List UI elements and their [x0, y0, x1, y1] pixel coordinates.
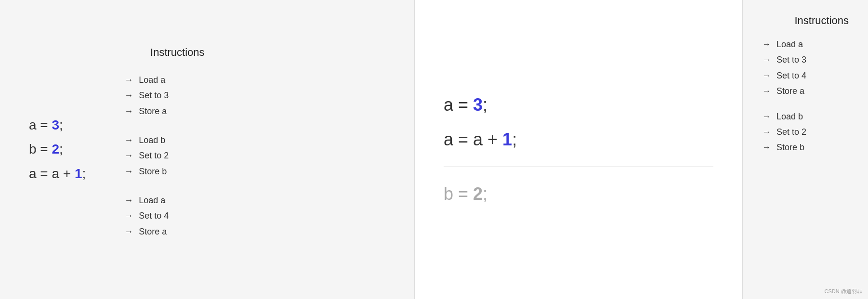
middle-panel: a = 3; a = a + 1; b = 2;: [414, 0, 743, 299]
middle-code-line-3: b = 2;: [444, 177, 487, 211]
instr-label-set-2: Set to 2: [139, 148, 169, 163]
arrow-icon-7: →: [124, 193, 133, 208]
instr-group-2: → Load b → Set to 2 → Store b: [124, 132, 230, 179]
right-instr-label-store-a: Store a: [776, 83, 804, 99]
middle-code-block-2: b = 2;: [444, 177, 487, 211]
right-instr-item-set-2: → Set to 2: [762, 124, 806, 140]
code-line-2: b = 2;: [29, 137, 86, 161]
code-line-1: a = 3;: [29, 113, 86, 137]
middle-code-line-2: a = a + 1;: [444, 122, 517, 157]
right-arrow-4: →: [762, 83, 771, 99]
arrow-icon-9: →: [124, 224, 133, 239]
instr-item-store-a-2: → Store a: [124, 224, 230, 239]
right-instr-item-load-a: → Load a: [762, 37, 806, 52]
instr-label-load-a-1: Load a: [139, 72, 165, 88]
right-arrow-7: →: [762, 140, 771, 155]
right-arrow-1: →: [762, 37, 771, 52]
right-arrow-6: →: [762, 124, 771, 140]
right-arrow-3: →: [762, 68, 771, 83]
code-value-2: 2: [52, 142, 59, 156]
instr-label-load-b-1: Load b: [139, 132, 165, 148]
middle-value-3: 3: [473, 95, 483, 115]
right-instr-label-set-4: Set to 4: [776, 68, 806, 83]
left-instructions-panel: Instructions → Load a → Set to 3 → Store…: [115, 32, 240, 268]
right-instr-label-load-b: Load b: [776, 109, 803, 124]
right-instr-item-set-4: → Set to 4: [762, 68, 806, 83]
code-value-3a: 3: [52, 117, 59, 132]
instr-item-set-4: → Set to 4: [124, 208, 230, 223]
right-instr-group-1: → Load a → Set to 3 → Set to 4 → Store a: [762, 37, 806, 99]
middle-value-2: 2: [473, 184, 483, 204]
right-panel: Instructions → Load a → Set to 3 → Set t…: [743, 0, 868, 299]
arrow-icon-6: →: [124, 164, 133, 179]
code-line-3: a = a + 1;: [29, 162, 86, 186]
left-panel: a = 3; b = 2; a = a + 1; Instructions → …: [0, 0, 414, 299]
right-instr-group-2: → Load b → Set to 2 → Store b: [762, 109, 806, 156]
left-instructions-title: Instructions: [124, 46, 230, 59]
right-instructions-title: Instructions: [762, 14, 849, 27]
instr-item-load-b-1: → Load b: [124, 132, 230, 148]
instr-label-set-3: Set to 3: [139, 88, 169, 103]
right-instr-item-load-b: → Load b: [762, 109, 806, 124]
arrow-icon-1: →: [124, 72, 133, 88]
right-instr-item-store-b: → Store b: [762, 140, 806, 155]
right-instr-label-store-b: Store b: [776, 140, 804, 155]
instr-label-store-b-1: Store b: [139, 164, 167, 179]
instr-group-3: → Load a → Set to 4 → Store a: [124, 193, 230, 239]
instr-item-store-a-1: → Store a: [124, 104, 230, 119]
right-instr-label-load-a: Load a: [776, 37, 803, 52]
right-instr-item-store-a: → Store a: [762, 83, 806, 99]
instr-label-set-4: Set to 4: [139, 208, 169, 223]
arrow-icon-8: →: [124, 208, 133, 223]
instr-item-store-b-1: → Store b: [124, 164, 230, 179]
middle-value-1: 1: [502, 130, 512, 149]
watermark: CSDN @追羽非: [825, 288, 862, 295]
instr-item-load-a-1: → Load a: [124, 72, 230, 88]
instr-label-load-a-2: Load a: [139, 193, 165, 208]
middle-code-line-1: a = 3;: [444, 88, 517, 122]
instr-label-store-a-1: Store a: [139, 104, 167, 119]
arrow-icon-2: →: [124, 88, 133, 103]
middle-code-block: a = 3; a = a + 1;: [444, 88, 517, 157]
instr-group-1: → Load a → Set to 3 → Store a: [124, 72, 230, 119]
arrow-icon-5: →: [124, 148, 133, 163]
instr-label-store-a-2: Store a: [139, 224, 167, 239]
right-arrow-2: →: [762, 52, 771, 67]
middle-divider: [444, 167, 713, 167]
arrow-icon-4: →: [124, 132, 133, 148]
right-instr-item-set-3: → Set to 3: [762, 52, 806, 67]
left-code-block: a = 3; b = 2; a = a + 1;: [0, 94, 115, 205]
arrow-icon-3: →: [124, 104, 133, 119]
right-instr-label-set-2: Set to 2: [776, 124, 806, 140]
right-instr-label-set-3: Set to 3: [776, 52, 806, 67]
instr-item-set-2: → Set to 2: [124, 148, 230, 163]
code-value-1: 1: [75, 166, 82, 181]
instr-item-load-a-2: → Load a: [124, 193, 230, 208]
right-arrow-5: →: [762, 109, 771, 124]
instr-item-set-3: → Set to 3: [124, 88, 230, 103]
